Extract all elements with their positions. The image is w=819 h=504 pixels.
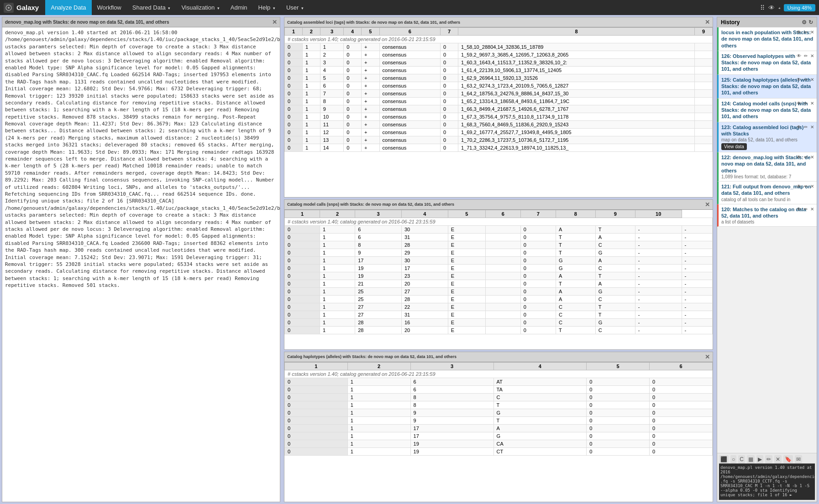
history-item-delete-btn[interactable]: ✕ [809,124,815,130]
history-item-edit-btn[interactable]: ✏ [803,29,808,35]
table-row[interactable]: 0140+consensus01_61,4_22139,10_5906,13_1… [285,67,713,74]
table-row[interactable]: 0110+consensus01_58,10_28804,14_32836,15… [285,43,713,51]
history-item-124[interactable]: 124: Catalog model calls (snps) with Sta… [717,99,817,122]
table-row[interactable]: 011923E0AT-- [285,272,713,280]
history-item-edit-btn[interactable]: ✏ [803,206,808,212]
table-row[interactable]: 0119CA00 [285,440,713,447]
snps-panel-close-button[interactable]: ✕ [705,201,710,208]
table-row[interactable]: 0117A00 [285,424,713,432]
snps-table-wrapper[interactable]: 12345678910 # cstacks version 1.40; cata… [284,210,713,349]
log-panel-close-button[interactable]: ✕ [272,19,277,26]
nav-user[interactable]: User ▾ [281,0,309,15]
table-row[interactable]: 0130+consensus01_60,3_1643,4_11513,7_113… [285,59,713,67]
history-item-view-btn[interactable]: 👁 [796,124,802,130]
history-item-view-btn[interactable]: 👁 [796,77,802,83]
table-row[interactable]: 012528E0AC-- [285,295,713,303]
table-row[interactable]: 01130+consensus01_70,2_2286,3_17237,5_10… [285,136,713,144]
history-item-edit-btn[interactable]: ✏ [803,100,808,106]
alleles-table-wrapper[interactable]: 123456 # cstacks version 1.40; catalog g… [284,362,713,502]
history-item-view-btn[interactable]: 👁 [796,29,802,35]
history-icon-5[interactable]: ▶ [756,455,763,463]
history-item-edit-btn[interactable]: ✏ [803,77,808,83]
table-row[interactable]: 018C00 [285,393,713,401]
history-icon-2[interactable]: ○ [730,455,736,463]
history-item-delete-btn[interactable]: ✕ [809,53,815,59]
history-item-edit-btn[interactable]: ✏ [803,183,808,189]
table-row[interactable]: 016TA00 [285,385,713,393]
history-item-delete-btn[interactable]: ✕ [809,77,815,83]
history-refresh-icon[interactable]: ↻ [808,19,813,26]
history-item-edit-btn[interactable]: ✏ [803,154,808,160]
table-row[interactable]: 01631E0TA-- [285,233,713,241]
history-item-delete-btn[interactable]: ✕ [809,29,815,35]
table-row[interactable]: 01120+consensus01_69,2_16777,4_25527,7_1… [285,129,713,136]
table-row[interactable]: 019G00 [285,409,713,416]
eye-icon[interactable]: 👁 [768,4,775,11]
history-item-delete-btn[interactable]: ✕ [809,206,815,212]
table-row[interactable]: 011917E0GC-- [285,264,713,272]
history-item-delete-btn[interactable]: ✕ [809,183,815,189]
nav-workflow[interactable]: Workflow [92,0,127,15]
tags-table-wrapper[interactable]: 123456789 # cstacks version 1.40; catalo… [284,27,713,197]
table-row[interactable]: 01929E0TG-- [285,249,713,256]
history-item-view-btn[interactable]: 👁 [796,183,802,189]
history-icon-6[interactable]: ✏ [765,455,772,463]
table-row[interactable]: 011730E0GA-- [285,256,713,264]
table-row[interactable]: 012731E0CT-- [285,311,713,318]
table-row[interactable]: 0120+consensus01_59,2_9697,3_3685,4_1269… [285,51,713,59]
table-row[interactable]: 01828E0TC-- [285,241,713,249]
table-row[interactable]: 01100+consensus01_67,3_35756,4_9757,5_81… [285,113,713,121]
nav-analyze-data[interactable]: Analyze Data [45,0,91,15]
history-item-122[interactable]: 122: denovo_map.log with Stacks: de novo… [717,152,817,182]
history-item-view-btn[interactable]: 👁 [796,100,802,106]
table-row[interactable]: 012722E0CT-- [285,303,713,311]
table-row[interactable]: 0117G00 [285,432,713,440]
history-item-125[interactable]: 125: Catalog haplotypes (alleles) with S… [717,75,817,99]
table-row[interactable]: 012120E0TA-- [285,280,713,287]
table-row[interactable]: 019T00 [285,416,713,424]
nav-admin[interactable]: Admin [225,0,253,15]
table-cell: 0 [285,385,348,393]
table-row[interactable]: 012527E0AG-- [285,287,713,295]
table-row[interactable]: 01110+consensus01_68,3_7560,4_8469,5_118… [285,121,713,129]
history-item-delete-btn[interactable]: ✕ [809,100,815,106]
table-row[interactable]: 016AT00 [285,378,713,385]
history-icon-3[interactable]: C [738,455,745,463]
history-item-123[interactable]: 123: Catalog assembled loci (tags) with … [717,122,817,153]
tags-panel-close-button[interactable]: ✕ [705,19,710,26]
table-row[interactable]: 0119CT00 [285,447,713,455]
history-icon-4[interactable]: ▦ [747,455,755,463]
history-item-delete-btn[interactable]: ✕ [809,154,815,160]
history-item-edit-btn[interactable]: ✏ [803,124,808,130]
log-panel-content[interactable]: denovo_map.pl version 1.40 started at 20… [2,27,280,502]
history-item-view-btn[interactable]: 👁 [796,206,802,212]
nav-shared-data[interactable]: Shared Data ▾ [127,0,176,15]
history-icon-8[interactable]: 🔖 [783,455,793,463]
nav-help[interactable]: Help ▾ [253,0,281,15]
history-item-locus[interactable]: locus in each population with Stacks: de… [717,27,817,51]
table-row[interactable]: 012816E0CG-- [285,318,713,326]
table-row[interactable]: 018T00 [285,401,713,409]
history-settings-icon[interactable]: ⚙ [802,19,807,26]
history-icon-1[interactable]: ⬛ [719,455,729,463]
table-row[interactable]: 0190+consensus01_66,3_8499,4_21687,5_149… [285,105,713,113]
history-item-view-btn[interactable]: 👁 [796,154,802,160]
history-item-view-btn[interactable]: 👁 [796,53,802,59]
history-item-edit-btn[interactable]: ✏ [803,53,808,59]
table-row[interactable]: 0150+consensus01_62,9_26964,11_5920,13_3… [285,74,713,82]
table-row[interactable]: 0180+consensus01_65,2_13314,3_18658,4_84… [285,98,713,105]
apps-grid-icon[interactable]: ⠿ [760,4,765,11]
history-icon-7[interactable]: ✕ [774,455,782,463]
table-row[interactable]: 01140+consensus01_71,3_33242,4_22613,9_1… [285,144,713,152]
table-row[interactable]: 0170+consensus01_64,2_18756,3_24276,9_88… [285,90,713,98]
table-cell: 0 [285,401,348,409]
table-row[interactable]: 012820E0TC-- [285,326,713,334]
table-row[interactable]: 01630E0AT-- [285,225,713,233]
alleles-panel-close-button[interactable]: ✕ [705,353,710,360]
history-item-121[interactable]: 121: Full output from denovo_map on data… [717,182,817,204]
history-icon-9[interactable]: ✉ [795,455,802,463]
history-item-120[interactable]: 120: Matches to the catalog on data 52, … [717,204,817,227]
nav-visualization[interactable]: Visualization ▾ [176,0,225,15]
history-item-126[interactable]: 126: Observed haplotypes with Stacks: de… [717,51,817,75]
table-row[interactable]: 0160+consensus01_63,2_9274,3_1723,4_2010… [285,82,713,90]
